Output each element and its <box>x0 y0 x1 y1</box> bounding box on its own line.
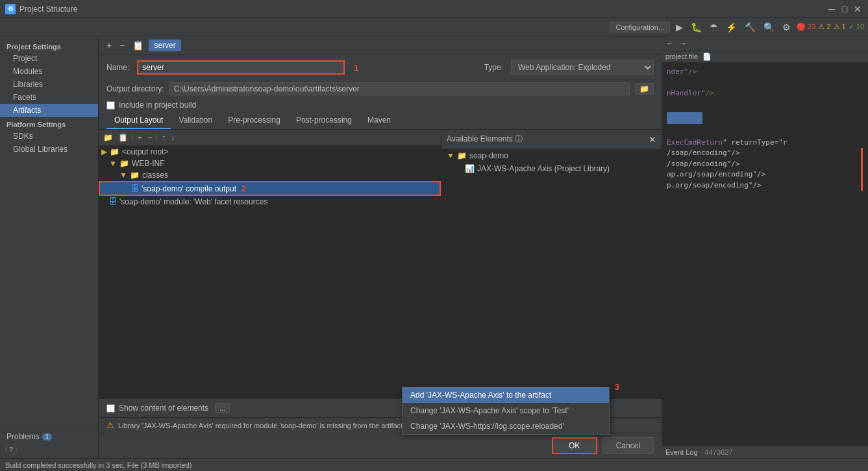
status-text: Build completed successfully in 3 sec, F… <box>5 461 192 469</box>
expand-icon-soap-demo: ▼ <box>447 151 454 160</box>
debug-button[interactable]: 🐛 <box>689 21 704 33</box>
sidebar-item-sdks[interactable]: SDKs <box>0 130 98 143</box>
output-dir-input[interactable] <box>169 82 630 95</box>
expand-icon: ▶ <box>101 147 107 156</box>
avail-item-soap-demo[interactable]: ▼ 📁 soap-demo <box>441 149 662 162</box>
tab-post-processing[interactable]: Post-processing <box>288 112 360 129</box>
code-line-7: /soap/encoding"/> <box>667 148 863 159</box>
title-bar-text: Project Structure <box>19 5 826 14</box>
artifact-name-badge: server <box>149 40 180 51</box>
search-button[interactable]: 🔍 <box>762 21 776 33</box>
log-timestamp: 4473627 <box>705 448 733 456</box>
dialog-buttons: 4 OK Cancel 3 Add 'JAX-WS-Apache Axis' t… <box>99 433 662 458</box>
available-tree: ▼ 📁 soap-demo 📊 JAX-WS-Apache Axis (Proj… <box>441 149 662 398</box>
settings-button[interactable]: ⚙ <box>780 21 793 33</box>
available-header: Available Elements ⓘ ✕ <box>441 130 662 149</box>
ok-count: ✓ 10 <box>849 23 864 31</box>
help-icon[interactable]: ? <box>5 444 17 455</box>
code-line-4 <box>667 99 863 110</box>
code-line-3: nHandler"/> <box>667 88 863 99</box>
output-dir-row: Output directory: 📁 <box>99 80 662 98</box>
blue-rect <box>667 112 702 124</box>
warning-count-2: ⚠ 1 <box>834 23 846 31</box>
tree-item-classes[interactable]: ▼ 📁 classes <box>99 169 441 181</box>
sidebar: Project Settings Project Modules Librari… <box>0 36 99 458</box>
toolbar-copy-button[interactable]: 📋 <box>130 39 146 52</box>
code-line-8: /soap/encoding"/> <box>667 159 863 170</box>
tree-btn-add[interactable]: + <box>136 132 144 143</box>
tab-validation[interactable]: Validation <box>171 112 220 129</box>
separator-2 <box>156 133 157 142</box>
name-input[interactable] <box>137 60 345 75</box>
tab-output-layout[interactable]: Output Layout <box>106 112 171 129</box>
project-file-icon: 📄 <box>702 53 712 60</box>
problems-label: Problems <box>6 432 40 441</box>
file-icon-compile: 🗄 <box>131 184 139 193</box>
context-menu: 3 Add 'JAX-WS-Apache Axis' to the artifa… <box>402 387 610 435</box>
artifact-panel: + − 📋 server Name: 1 Type: Web Applicati… <box>99 36 662 458</box>
type-select[interactable]: Web Application: Exploded <box>511 60 654 75</box>
tree-item-output-root[interactable]: ▶ 📁 <output root> <box>99 146 441 158</box>
folder-icon-classes: 📁 <box>130 171 140 180</box>
available-header-text: Available Elements ⓘ <box>447 134 523 145</box>
maximize-button[interactable]: □ <box>839 4 850 14</box>
artifact-toolbar: + − 📋 server <box>99 36 662 55</box>
build-button[interactable]: 🔨 <box>743 21 758 33</box>
sidebar-item-artifacts[interactable]: Artifacts <box>0 104 98 117</box>
configuration-button[interactable]: Configuration... <box>610 22 670 32</box>
expand-icon-classes: ▼ <box>119 171 127 180</box>
toolbar-remove-button[interactable]: − <box>117 39 127 52</box>
platform-settings-label: Platform Settings <box>0 117 98 130</box>
code-toolbar-btn-2[interactable]: → <box>677 38 689 49</box>
profile-button[interactable]: ⚡ <box>724 21 739 33</box>
content-split: 📁 📋 + − ↑ ↓ ▶ 📁 <output root> ▼ <box>99 130 662 398</box>
cancel-button[interactable]: Cancel <box>602 437 654 454</box>
avail-item-jax-ws[interactable]: 📊 JAX-WS-Apache Axis (Project Library) <box>441 162 662 175</box>
sidebar-item-global-libraries[interactable]: Global Libraries <box>0 143 98 156</box>
sidebar-item-modules[interactable]: Modules <box>0 65 98 78</box>
tree-item-facet-resources[interactable]: 🗄 'soap-demo' module: 'Web' facet resour… <box>99 196 441 208</box>
close-button[interactable]: ✕ <box>852 4 863 14</box>
tree-btn-remove[interactable]: − <box>145 132 154 143</box>
tab-maven[interactable]: Maven <box>360 112 399 129</box>
separator-1 <box>132 133 133 142</box>
coverage-button[interactable]: ☂ <box>708 21 720 33</box>
tab-pre-processing[interactable]: Pre-processing <box>220 112 288 129</box>
tree-btn-copy[interactable]: 📋 <box>116 132 130 143</box>
show-content-button[interactable]: ... <box>215 403 230 413</box>
title-bar: ⚙ Project Structure ─ □ ✕ <box>0 0 868 18</box>
include-build-checkbox[interactable] <box>106 101 115 110</box>
tree-btn-down[interactable]: ↓ <box>169 132 177 143</box>
sidebar-item-facets[interactable]: Facets <box>0 91 98 104</box>
tree-item-web-inf[interactable]: ▼ 📁 WEB-INF <box>99 158 441 169</box>
error-count: 🔴 23 <box>797 23 815 31</box>
status-bar: Build completed successfully in 3 sec, F… <box>0 458 868 471</box>
code-panel-title: project file 📄 <box>662 51 868 63</box>
tree-panel: 📁 📋 + − ↑ ↓ ▶ 📁 <output root> ▼ <box>99 130 441 398</box>
app-icon-text: ⚙ <box>8 5 14 12</box>
context-menu-change-scope[interactable]: Change 'JAX-WS-Apache Axis' scope to 'Te… <box>403 403 609 418</box>
output-dir-label: Output directory: <box>106 84 164 93</box>
context-menu-add-artifact[interactable]: Add 'JAX-WS-Apache Axis' to the artifact <box>403 387 609 403</box>
main-layout: Project Settings Project Modules Librari… <box>0 36 868 458</box>
show-content-checkbox[interactable] <box>106 404 115 413</box>
tree-item-compile-output[interactable]: 🗄 'soap-demo' compile output 2 <box>99 181 441 196</box>
minimize-button[interactable]: ─ <box>826 4 837 14</box>
ide-top-bar: Configuration... ▶ 🐛 ☂ ⚡ 🔨 🔍 ⚙ 🔴 23 ⚠ 2 … <box>0 18 868 36</box>
ide-toolbar-right: Configuration... ▶ 🐛 ☂ ⚡ 🔨 🔍 ⚙ 🔴 23 ⚠ 2 … <box>610 21 864 33</box>
ok-button[interactable]: OK <box>552 437 597 454</box>
include-build-label: Include in project build <box>119 101 196 110</box>
code-line-1: nder"/> <box>667 67 863 78</box>
tree-btn-folder[interactable]: 📁 <box>101 132 115 143</box>
toolbar-add-button[interactable]: + <box>104 39 114 52</box>
sidebar-item-project[interactable]: Project <box>0 52 98 65</box>
project-settings-label: Project Settings <box>0 39 98 52</box>
run-button[interactable]: ▶ <box>674 21 685 33</box>
output-dir-browse-button[interactable]: 📁 <box>635 83 654 95</box>
tree-btn-up[interactable]: ↑ <box>160 132 167 143</box>
context-menu-change-log[interactable]: Change 'JAX-WS-https://log.scope.reloade… <box>403 418 609 434</box>
sidebar-item-libraries[interactable]: Libraries <box>0 78 98 91</box>
problems-badge: 1 <box>42 433 53 441</box>
available-panel-close[interactable]: ✕ <box>649 134 656 145</box>
code-toolbar-btn-1[interactable]: ← <box>664 38 676 49</box>
